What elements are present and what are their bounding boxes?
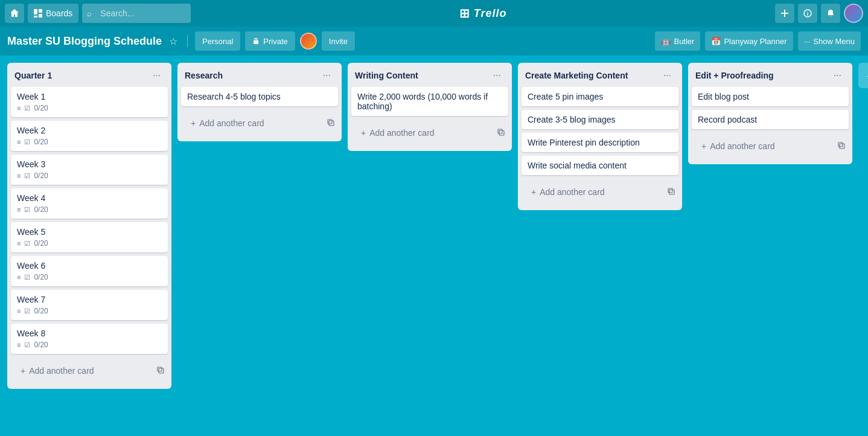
- card-w5[interactable]: Week 5 ≡ ☑ 0/20: [11, 222, 168, 252]
- svg-text:i: i: [807, 11, 809, 17]
- svg-rect-12: [498, 129, 502, 133]
- card-text-w5: Week 5: [17, 227, 45, 237]
- list-quarter1: Quarter 1···Week 1 ≡ ☑ 0/20 Week 2 ≡ ☑ 0…: [7, 63, 171, 389]
- list-menu-button-research[interactable]: ···: [319, 69, 334, 82]
- card-meta-count-w6: 0/20: [34, 273, 48, 281]
- plus-icon-editing: +: [701, 141, 706, 151]
- card-w7[interactable]: Week 7 ≡ ☑ 0/20: [11, 290, 168, 320]
- card-r1[interactable]: Research 4-5 blog topics: [181, 87, 338, 106]
- card-w8[interactable]: Week 8 ≡ ☑ 0/20: [11, 324, 168, 354]
- card-mc4[interactable]: Write social media content: [522, 156, 678, 175]
- list-cards-marketing: Create 5 pin imagesCreate 3-5 blog image…: [518, 87, 682, 179]
- card-mc1[interactable]: Create 5 pin images: [522, 87, 678, 106]
- svg-rect-11: [499, 130, 504, 135]
- team-avatar: [300, 33, 317, 50]
- plus-icon-writing: +: [361, 128, 366, 138]
- list-title-editing: Edit + Proofreading: [695, 71, 774, 80]
- card-text-w4: Week 4: [17, 193, 45, 203]
- svg-rect-0: [34, 9, 37, 14]
- card-meta-w1: ≡ ☑ 0/20: [17, 104, 162, 112]
- add-card-button-editing[interactable]: + Add another card: [695, 136, 832, 156]
- private-button[interactable]: Private: [245, 31, 295, 51]
- card-text-wc1: Write 2,000 words (10,000 words if batch…: [357, 92, 488, 111]
- list-menu-button-marketing[interactable]: ···: [660, 69, 675, 82]
- list-menu-button-quarter1[interactable]: ···: [149, 69, 164, 82]
- checklist-icon-w1: ☑: [24, 104, 30, 112]
- add-button[interactable]: [775, 4, 794, 23]
- card-text-mc1: Create 5 pin images: [528, 92, 603, 101]
- add-card-button-marketing[interactable]: + Add another card: [525, 182, 662, 202]
- search-wrap: ⌕: [82, 4, 191, 23]
- card-meta-w7: ≡ ☑ 0/20: [17, 307, 162, 315]
- info-button[interactable]: i: [798, 4, 817, 23]
- copy-card-button-research[interactable]: [325, 117, 338, 132]
- svg-rect-2: [34, 16, 37, 18]
- card-text-w7: Week 7: [17, 295, 45, 304]
- svg-rect-16: [838, 143, 843, 147]
- copy-card-button-marketing[interactable]: [665, 185, 678, 200]
- card-w6[interactable]: Week 6 ≡ ☑ 0/20: [11, 256, 168, 286]
- drag-icon-w4: ≡: [17, 206, 21, 213]
- card-text-mc4: Write social media content: [528, 161, 627, 170]
- search-icon: ⌕: [87, 9, 92, 18]
- personal-button[interactable]: Personal: [195, 31, 240, 51]
- card-mc2[interactable]: Create 3-5 blog images: [522, 110, 678, 129]
- checklist-icon-w4: ☑: [24, 206, 30, 214]
- card-meta-count-w5: 0/20: [34, 239, 48, 248]
- add-card-label-writing: Add another card: [369, 128, 434, 138]
- card-ep2[interactable]: Record podcast: [692, 110, 849, 129]
- show-menu-button[interactable]: ··· Show Menu: [798, 31, 861, 51]
- boards-button[interactable]: Boards: [28, 4, 78, 23]
- header-divider: [187, 35, 188, 47]
- add-card-button-quarter1[interactable]: + Add another card: [14, 361, 151, 380]
- add-card-button-writing[interactable]: + Add another card: [355, 123, 491, 143]
- card-w1[interactable]: Week 1 ≡ ☑ 0/20: [11, 87, 168, 117]
- card-text-w6: Week 6: [17, 261, 45, 271]
- list-title-marketing: Create Marketing Content: [525, 71, 628, 80]
- card-meta-count-w4: 0/20: [34, 205, 48, 214]
- search-input[interactable]: [82, 4, 191, 23]
- card-wc1[interactable]: Write 2,000 words (10,000 words if batch…: [351, 87, 508, 116]
- card-text-w2: Week 2: [17, 126, 45, 135]
- checklist-icon-w2: ☑: [24, 138, 30, 146]
- boards-label: Boards: [46, 8, 72, 18]
- home-button[interactable]: [5, 4, 24, 23]
- user-avatar[interactable]: [844, 4, 863, 23]
- board-header: Master SU Blogging Schedule ☆ Personal P…: [0, 27, 868, 56]
- card-meta-count-w7: 0/20: [34, 307, 48, 315]
- list-footer-quarter1: + Add another card: [7, 357, 171, 389]
- list-menu-button-writing[interactable]: ···: [490, 69, 505, 82]
- star-button[interactable]: ☆: [167, 33, 180, 50]
- card-meta-w2: ≡ ☑ 0/20: [17, 138, 162, 146]
- list-menu-button-editing[interactable]: ···: [830, 69, 845, 82]
- card-mc3[interactable]: Write Pinterest pin description: [522, 133, 678, 152]
- copy-card-button-writing[interactable]: [495, 126, 508, 141]
- copy-card-button-editing[interactable]: [835, 139, 849, 155]
- invite-button[interactable]: Invite: [322, 31, 355, 51]
- card-ep1[interactable]: Edit blog post: [692, 87, 849, 106]
- show-menu-dots-icon: ···: [804, 37, 811, 46]
- list-header-writing: Writing Content···: [348, 63, 512, 87]
- add-list-button[interactable]: ++ Add another list: [858, 63, 868, 88]
- list-cards-editing: Edit blog postRecord podcast: [688, 87, 852, 133]
- butler-label: Butler: [674, 37, 694, 46]
- list-header-marketing: Create Marketing Content···: [518, 63, 682, 87]
- list-footer-writing: + Add another card: [348, 120, 512, 151]
- card-w2[interactable]: Week 2 ≡ ☑ 0/20: [11, 121, 168, 151]
- plus-icon-research: +: [191, 118, 196, 128]
- drag-icon-w3: ≡: [17, 172, 21, 179]
- copy-card-button-quarter1[interactable]: [155, 364, 168, 379]
- list-title-writing: Writing Content: [355, 71, 418, 80]
- checklist-icon-w6: ☑: [24, 274, 30, 281]
- add-card-button-research[interactable]: + Add another card: [185, 114, 321, 133]
- notifications-button[interactable]: [821, 4, 840, 23]
- butler-button[interactable]: 🤖 Butler: [655, 31, 700, 51]
- show-menu-label: Show Menu: [813, 37, 855, 46]
- card-meta-w3: ≡ ☑ 0/20: [17, 172, 162, 180]
- card-w3[interactable]: Week 3 ≡ ☑ 0/20: [11, 155, 168, 185]
- planyway-button[interactable]: 📅 Planyway Planner: [705, 31, 793, 51]
- card-w4[interactable]: Week 4 ≡ ☑ 0/20: [11, 188, 168, 219]
- trello-logo-icon: ⊞: [459, 6, 470, 21]
- drag-icon-w7: ≡: [17, 307, 21, 315]
- board-title[interactable]: Master SU Blogging Schedule: [7, 35, 162, 48]
